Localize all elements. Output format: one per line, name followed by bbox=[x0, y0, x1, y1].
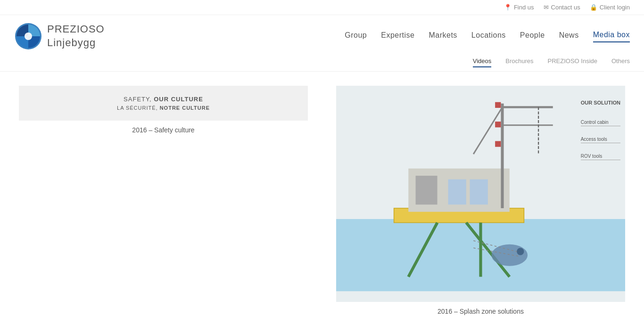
subnav-others[interactable]: Others bbox=[611, 57, 630, 67]
subnav-videos[interactable]: Videos bbox=[473, 57, 492, 67]
svg-rect-13 bbox=[495, 122, 501, 127]
solution-labels: OUR SOLUTION Control cabin Access tools … bbox=[581, 100, 620, 171]
video-wrapper-1[interactable]: SAFETY, OUR CULTURE LA SÉCURITÉ, NOTRE C… bbox=[19, 86, 308, 121]
nav-news[interactable]: News bbox=[559, 31, 579, 42]
label-rov-tools: ROV tools bbox=[581, 154, 620, 160]
svg-rect-14 bbox=[495, 141, 501, 147]
video-caption-1: 2016 – Safety culture bbox=[132, 126, 194, 134]
video-wrapper-2[interactable]: OUR SOLUTION Control cabin Access tools … bbox=[336, 86, 625, 302]
client-login-link[interactable]: 🔒 Client login bbox=[590, 4, 630, 11]
svg-point-19 bbox=[491, 244, 528, 266]
svg-point-20 bbox=[517, 248, 524, 255]
subnav-prezioso-inside[interactable]: PREZIOSO Inside bbox=[548, 57, 597, 67]
label-control-cabin: Control cabin bbox=[581, 120, 620, 126]
video-thumbnail-1: SAFETY, OUR CULTURE LA SÉCURITÉ, NOTRE C… bbox=[19, 86, 308, 121]
nav-group[interactable]: Group bbox=[345, 31, 367, 42]
pin-icon: 📍 bbox=[504, 4, 512, 11]
lock-icon: 🔒 bbox=[590, 4, 597, 11]
video-item-1: SAFETY, OUR CULTURE LA SÉCURITÉ, NOTRE C… bbox=[19, 86, 308, 315]
svg-rect-7 bbox=[470, 179, 488, 205]
video-caption-2: 2016 – Splash zone solutions bbox=[438, 308, 524, 315]
video-item-2: OUR SOLUTION Control cabin Access tools … bbox=[336, 86, 625, 315]
nav-markets[interactable]: Markets bbox=[429, 31, 457, 42]
video-thumbnail-2: OUR SOLUTION Control cabin Access tools … bbox=[336, 86, 625, 302]
subnav-brochures[interactable]: Brochures bbox=[505, 57, 533, 67]
logo-icon bbox=[14, 22, 42, 50]
main-content: SAFETY, OUR CULTURE LA SÉCURITÉ, NOTRE C… bbox=[0, 72, 644, 333]
solution-title: OUR SOLUTION bbox=[581, 100, 620, 106]
find-us-link[interactable]: 📍 Find us bbox=[504, 4, 534, 11]
videos-grid: SAFETY, OUR CULTURE LA SÉCURITÉ, NOTRE C… bbox=[19, 86, 625, 333]
label-access-tools: Access tools bbox=[581, 137, 620, 143]
svg-rect-12 bbox=[495, 102, 501, 108]
logo-line2: Linjebygg bbox=[47, 36, 105, 50]
logo-line1: PREZIOSO bbox=[47, 23, 105, 36]
top-bar: 📍 Find us ✉ Contact us 🔒 Client login bbox=[0, 0, 644, 15]
nav-people[interactable]: People bbox=[520, 31, 545, 42]
svg-rect-5 bbox=[416, 176, 438, 204]
main-nav: Group Expertise Markets Locations People… bbox=[345, 31, 630, 42]
safety-text1: SAFETY, OUR CULTURE bbox=[124, 96, 203, 103]
nav-locations[interactable]: Locations bbox=[471, 31, 506, 42]
nav-media-box[interactable]: Media box bbox=[593, 31, 630, 42]
safety-text2: LA SÉCURITÉ, NOTRE CULTURE bbox=[117, 105, 210, 111]
mail-icon: ✉ bbox=[544, 4, 549, 11]
svg-rect-6 bbox=[448, 179, 466, 205]
svg-point-1 bbox=[25, 32, 32, 40]
contact-us-link[interactable]: ✉ Contact us bbox=[544, 4, 580, 11]
header: PREZIOSO Linjebygg Group Expertise Marke… bbox=[0, 15, 644, 72]
nav-expertise[interactable]: Expertise bbox=[381, 31, 414, 42]
logo[interactable]: PREZIOSO Linjebygg bbox=[14, 22, 105, 50]
svg-line-11 bbox=[473, 107, 502, 154]
sub-nav: Videos Brochures PREZIOSO Inside Others bbox=[14, 57, 630, 71]
